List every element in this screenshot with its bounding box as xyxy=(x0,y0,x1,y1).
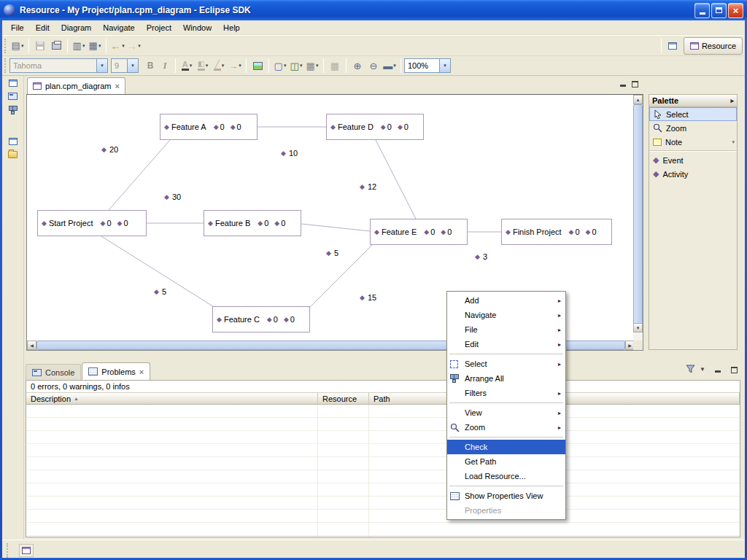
print-button[interactable] xyxy=(48,38,64,54)
context-menu-item-view[interactable]: View ▸ xyxy=(447,405,565,420)
window-icon[interactable] xyxy=(9,138,18,145)
context-menu-item-filters[interactable]: Filters ▸ xyxy=(447,386,565,400)
diagram-windows-icon[interactable] xyxy=(9,106,18,114)
menu-diagram[interactable]: Diagram xyxy=(55,21,98,34)
context-menu-item-navigate[interactable]: Navigate ▸ xyxy=(447,308,565,322)
fill-color-button[interactable]: ◧ ▾ xyxy=(195,58,211,74)
problems-table-body[interactable] xyxy=(26,405,740,537)
folder-icon[interactable] xyxy=(8,151,18,158)
edge-label[interactable]: ◆ 20 xyxy=(101,145,118,154)
minimize-view-button[interactable] xyxy=(713,365,722,373)
minimize-button[interactable] xyxy=(694,3,710,18)
palette-item-activity[interactable]: ◆ Activity xyxy=(649,167,737,181)
align-tool-button[interactable]: ▦ ▾ xyxy=(304,58,320,74)
maximize-view-button[interactable] xyxy=(729,365,739,373)
context-menu-item-load-resource[interactable]: Load Resource... xyxy=(447,469,565,483)
menu-help[interactable]: Help xyxy=(217,21,246,34)
menu-navigate[interactable]: Navigate xyxy=(97,21,140,34)
context-menu-item-check[interactable]: Check xyxy=(447,440,565,454)
chevron-down-icon[interactable]: ▾ xyxy=(127,59,138,72)
chevron-down-icon[interactable]: ▾ xyxy=(732,139,735,145)
column-header-description[interactable]: Description ▲ xyxy=(26,393,318,405)
context-menu-item-edit[interactable]: Edit ▸ xyxy=(447,337,565,351)
edge-label[interactable]: ◆ 3 xyxy=(475,252,487,261)
close-button[interactable]: × xyxy=(728,3,743,18)
edge-label[interactable]: ◆ 12 xyxy=(360,182,376,191)
arrow-style-button[interactable]: → ▾ xyxy=(227,58,243,74)
edge-label[interactable]: ◆ 5 xyxy=(154,287,166,296)
chevron-down-icon[interactable]: ▾ xyxy=(96,59,107,72)
palette-item-note[interactable]: Note ▾ xyxy=(649,135,737,149)
toolbar-grip[interactable] xyxy=(4,39,7,53)
node-start-project[interactable]: ◆ Start Project ◆ 0 ◆ 0 xyxy=(37,210,147,236)
scroll-down-button[interactable]: ▼ xyxy=(633,323,643,332)
filter-icon[interactable] xyxy=(686,365,695,373)
menu-window[interactable]: Window xyxy=(177,21,217,34)
insert-image-button[interactable] xyxy=(249,58,266,74)
resource-perspective-button[interactable]: Resource xyxy=(684,37,743,55)
snap-grid-button[interactable]: ▦ xyxy=(327,58,343,74)
menu-edit[interactable]: Edit xyxy=(30,21,55,34)
italic-button[interactable]: I xyxy=(158,58,172,73)
console-window-icon[interactable] xyxy=(8,93,18,100)
menu-project[interactable]: Project xyxy=(141,21,177,34)
font-color-button[interactable]: A ▾ xyxy=(179,58,195,74)
context-menu-item-add[interactable]: Add ▸ xyxy=(447,293,565,308)
close-tab-icon[interactable]: × xyxy=(139,368,144,376)
chevron-down-icon[interactable]: ▾ xyxy=(439,59,450,72)
back-button[interactable]: ← ▾ xyxy=(109,38,125,54)
zoom-out-button[interactable]: ⊖ xyxy=(365,58,382,74)
palette-header[interactable]: Palette ▸ xyxy=(649,95,737,107)
font-size-combo[interactable]: 9 ▾ xyxy=(111,58,139,73)
zoom-in-button[interactable]: ⊕ xyxy=(349,58,365,74)
edge-label[interactable]: ◆ 10 xyxy=(281,149,298,158)
node-feature-a[interactable]: ◆ Feature A ◆ 0 ◆ 0 xyxy=(160,114,258,140)
save-button[interactable] xyxy=(32,38,48,54)
editor-tab-plan-cpm-diagram[interactable]: plan.cpm_diagram × xyxy=(27,77,125,94)
tab-console[interactable]: Console xyxy=(26,364,81,380)
node-feature-b[interactable]: ◆ Feature B ◆ 0 ◆ 0 xyxy=(204,210,301,236)
font-name-combo[interactable]: Tahoma ▾ xyxy=(9,58,108,73)
edge-label[interactable]: ◆ 30 xyxy=(164,192,181,201)
minimize-editor-button[interactable] xyxy=(618,79,627,88)
node-finish-project[interactable]: ◆ Finish Project ◆ 0 ◆ 0 xyxy=(501,219,612,245)
palette-item-event[interactable]: ◆ Event xyxy=(649,153,737,167)
node-feature-c[interactable]: ◆ Feature C ◆ 0 ◆ 0 xyxy=(212,306,310,332)
context-menu-item-select[interactable]: Select ▸ xyxy=(447,357,565,371)
forward-button[interactable]: → ▾ xyxy=(125,38,142,54)
status-area-button[interactable] xyxy=(19,544,34,557)
menu-file[interactable]: File xyxy=(5,21,30,34)
scroll-left-button[interactable]: ◀ xyxy=(27,341,36,350)
bold-button[interactable]: B xyxy=(143,58,158,73)
line-width-button[interactable]: ▬ ▾ xyxy=(382,58,398,74)
layout-tool-button[interactable]: ◫ ▾ xyxy=(288,58,304,74)
context-menu-item-zoom[interactable]: Zoom ▸ xyxy=(447,420,565,435)
tab-problems[interactable]: Problems × xyxy=(82,362,150,380)
line-color-button[interactable]: ╱ ▾ xyxy=(211,58,227,74)
toolbar-grip[interactable] xyxy=(4,58,7,73)
maximize-button[interactable] xyxy=(711,3,727,18)
node-feature-d[interactable]: ◆ Feature D ◆ 0 ◆ 0 xyxy=(326,114,424,140)
context-menu-item-get-path[interactable]: Get Path xyxy=(447,454,565,469)
view-menu-icon[interactable]: ▼ xyxy=(700,366,705,373)
zoom-level-combo[interactable]: 100% ▾ xyxy=(404,58,451,73)
edge-label[interactable]: ◆ 5 xyxy=(326,249,338,257)
column-header-resource[interactable]: Resource xyxy=(318,393,369,405)
vertical-scroll-thumb[interactable] xyxy=(633,104,643,332)
palette-item-zoom[interactable]: Zoom xyxy=(649,121,737,135)
tool-dropdown-button-2[interactable]: ▦ ▾ xyxy=(87,38,103,54)
tool-dropdown-button-1[interactable]: ▥ ▾ xyxy=(71,38,87,54)
palette-item-select[interactable]: Select xyxy=(649,107,737,121)
node-feature-e[interactable]: ◆ Feature E ◆ 0 ◆ 0 xyxy=(370,219,468,245)
open-perspective-button[interactable] xyxy=(665,38,681,54)
vertical-scrollbar[interactable]: ▲ ▼ xyxy=(633,95,643,342)
context-menu-item-file[interactable]: File ▸ xyxy=(447,322,565,337)
context-menu-item-show-properties-view[interactable]: Show Properties View xyxy=(447,489,565,503)
close-tab-icon[interactable]: × xyxy=(115,82,120,90)
collapse-palette-icon[interactable]: ▸ xyxy=(730,97,734,104)
restore-window-icon[interactable] xyxy=(9,79,18,87)
maximize-editor-button[interactable] xyxy=(630,79,640,88)
edge-label[interactable]: ◆ 15 xyxy=(360,293,376,302)
title-bar[interactable]: Resource - My Project/plan.cpm_diagram -… xyxy=(0,0,747,20)
context-menu-item-arrange-all[interactable]: Arrange All xyxy=(447,371,565,386)
